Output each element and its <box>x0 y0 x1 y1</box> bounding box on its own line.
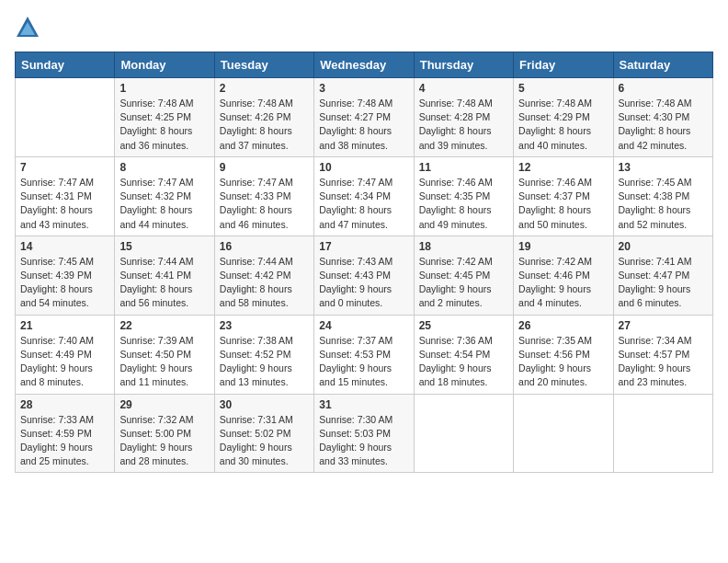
sunrise-text: Sunrise: 7:41 AM <box>619 255 708 269</box>
day-number: 5 <box>518 82 608 95</box>
calendar-cell: 25Sunrise: 7:36 AMSunset: 4:54 PMDayligh… <box>414 315 513 394</box>
sunset-text: Sunset: 4:43 PM <box>319 269 408 282</box>
calendar-cell: 2Sunrise: 7:48 AMSunset: 4:26 PMDaylight… <box>214 78 313 157</box>
daylight-line1: Daylight: 8 hours <box>419 203 508 217</box>
daylight-line1: Daylight: 9 hours <box>518 362 608 375</box>
daylight-line2: and 30 minutes. <box>220 454 309 468</box>
page-header <box>15 15 713 40</box>
daylight-line2: and 13 minutes. <box>220 375 309 389</box>
sunrise-text: Sunrise: 7:36 AM <box>419 334 508 348</box>
daylight-line2: and 20 minutes. <box>518 375 608 389</box>
daylight-line2: and 36 minutes. <box>119 139 209 153</box>
sunset-text: Sunset: 4:39 PM <box>20 269 109 282</box>
day-info: Sunrise: 7:34 AMSunset: 4:57 PMDaylight:… <box>619 334 708 390</box>
sunrise-text: Sunrise: 7:42 AM <box>419 255 508 269</box>
day-info: Sunrise: 7:37 AMSunset: 4:53 PMDaylight:… <box>319 334 408 390</box>
day-info: Sunrise: 7:35 AMSunset: 4:56 PMDaylight:… <box>518 334 608 390</box>
daylight-line1: Daylight: 9 hours <box>319 441 408 454</box>
day-info: Sunrise: 7:46 AMSunset: 4:37 PMDaylight:… <box>518 176 608 232</box>
daylight-line1: Daylight: 9 hours <box>319 282 408 296</box>
sunset-text: Sunset: 4:41 PM <box>119 269 209 282</box>
calendar-header-row: SundayMondayTuesdayWednesdayThursdayFrid… <box>16 52 713 78</box>
day-number: 13 <box>619 161 708 174</box>
day-info: Sunrise: 7:48 AMSunset: 4:30 PMDaylight:… <box>619 97 708 153</box>
daylight-line1: Daylight: 9 hours <box>20 362 109 375</box>
calendar-cell: 6Sunrise: 7:48 AMSunset: 4:30 PMDaylight… <box>613 78 712 157</box>
day-info: Sunrise: 7:36 AMSunset: 4:54 PMDaylight:… <box>419 334 508 390</box>
daylight-line1: Daylight: 8 hours <box>619 124 708 138</box>
day-info: Sunrise: 7:33 AMSunset: 4:59 PMDaylight:… <box>20 413 109 469</box>
calendar-week-row: 7Sunrise: 7:47 AMSunset: 4:31 PMDaylight… <box>16 156 713 236</box>
day-number: 1 <box>119 82 209 95</box>
sunrise-text: Sunrise: 7:35 AM <box>518 334 608 348</box>
daylight-line2: and 50 minutes. <box>518 218 608 232</box>
daylight-line1: Daylight: 8 hours <box>220 203 309 217</box>
day-info: Sunrise: 7:44 AMSunset: 4:42 PMDaylight:… <box>220 255 309 311</box>
calendar-table: SundayMondayTuesdayWednesdayThursdayFrid… <box>15 52 713 473</box>
daylight-line2: and 42 minutes. <box>619 139 708 153</box>
calendar-cell: 17Sunrise: 7:43 AMSunset: 4:43 PMDayligh… <box>314 236 414 315</box>
day-number: 19 <box>518 240 608 253</box>
sunrise-text: Sunrise: 7:48 AM <box>319 97 408 110</box>
daylight-line1: Daylight: 9 hours <box>220 362 309 375</box>
sunrise-text: Sunrise: 7:30 AM <box>319 413 408 427</box>
sunset-text: Sunset: 4:49 PM <box>20 348 109 362</box>
sunset-text: Sunset: 4:50 PM <box>119 348 209 362</box>
sunrise-text: Sunrise: 7:38 AM <box>220 334 309 348</box>
day-info: Sunrise: 7:48 AMSunset: 4:27 PMDaylight:… <box>319 97 408 153</box>
daylight-line1: Daylight: 9 hours <box>119 362 209 375</box>
daylight-line2: and 33 minutes. <box>319 454 408 468</box>
day-number: 4 <box>419 82 508 95</box>
day-number: 18 <box>419 240 508 253</box>
daylight-line1: Daylight: 9 hours <box>20 441 109 454</box>
calendar-cell: 12Sunrise: 7:46 AMSunset: 4:37 PMDayligh… <box>514 156 613 236</box>
daylight-line1: Daylight: 8 hours <box>20 282 109 296</box>
calendar-cell: 29Sunrise: 7:32 AMSunset: 5:00 PMDayligh… <box>115 394 214 473</box>
logo-icon <box>15 15 40 40</box>
daylight-line2: and 47 minutes. <box>319 218 408 232</box>
day-number: 3 <box>319 82 408 95</box>
calendar-cell: 21Sunrise: 7:40 AMSunset: 4:49 PMDayligh… <box>16 315 115 394</box>
day-number: 17 <box>319 240 408 253</box>
daylight-line2: and 18 minutes. <box>419 375 508 389</box>
daylight-line1: Daylight: 8 hours <box>319 203 408 217</box>
calendar-cell: 8Sunrise: 7:47 AMSunset: 4:32 PMDaylight… <box>115 156 214 236</box>
sunset-text: Sunset: 4:28 PM <box>419 110 508 124</box>
day-info: Sunrise: 7:42 AMSunset: 4:46 PMDaylight:… <box>518 255 608 311</box>
calendar-cell: 11Sunrise: 7:46 AMSunset: 4:35 PMDayligh… <box>414 156 513 236</box>
daylight-line2: and 49 minutes. <box>419 218 508 232</box>
calendar-cell: 14Sunrise: 7:45 AMSunset: 4:39 PMDayligh… <box>16 236 115 315</box>
day-info: Sunrise: 7:32 AMSunset: 5:00 PMDaylight:… <box>119 413 209 469</box>
calendar-cell: 24Sunrise: 7:37 AMSunset: 4:53 PMDayligh… <box>314 315 414 394</box>
day-info: Sunrise: 7:48 AMSunset: 4:28 PMDaylight:… <box>419 97 508 153</box>
day-number: 12 <box>518 161 608 174</box>
day-info: Sunrise: 7:47 AMSunset: 4:33 PMDaylight:… <box>220 176 309 232</box>
sunrise-text: Sunrise: 7:47 AM <box>20 176 109 190</box>
day-info: Sunrise: 7:44 AMSunset: 4:41 PMDaylight:… <box>119 255 209 311</box>
calendar-cell: 13Sunrise: 7:45 AMSunset: 4:38 PMDayligh… <box>613 156 712 236</box>
daylight-line1: Daylight: 8 hours <box>119 282 209 296</box>
day-number: 30 <box>220 398 309 411</box>
sunrise-text: Sunrise: 7:42 AM <box>518 255 608 269</box>
day-number: 28 <box>20 398 109 411</box>
day-info: Sunrise: 7:45 AMSunset: 4:39 PMDaylight:… <box>20 255 109 311</box>
sunrise-text: Sunrise: 7:44 AM <box>220 255 309 269</box>
sunrise-text: Sunrise: 7:37 AM <box>319 334 408 348</box>
daylight-line1: Daylight: 9 hours <box>518 282 608 296</box>
sunset-text: Sunset: 4:27 PM <box>319 110 408 124</box>
day-info: Sunrise: 7:47 AMSunset: 4:31 PMDaylight:… <box>20 176 109 232</box>
day-number: 22 <box>119 319 209 332</box>
daylight-line1: Daylight: 9 hours <box>220 441 309 454</box>
header-friday: Friday <box>514 52 613 78</box>
header-sunday: Sunday <box>16 52 115 78</box>
sunset-text: Sunset: 4:37 PM <box>518 190 608 203</box>
sunset-text: Sunset: 4:53 PM <box>319 348 408 362</box>
calendar-cell: 9Sunrise: 7:47 AMSunset: 4:33 PMDaylight… <box>214 156 313 236</box>
daylight-line1: Daylight: 8 hours <box>619 203 708 217</box>
calendar-cell: 28Sunrise: 7:33 AMSunset: 4:59 PMDayligh… <box>16 394 115 473</box>
sunset-text: Sunset: 4:38 PM <box>619 190 708 203</box>
daylight-line2: and 54 minutes. <box>20 296 109 310</box>
calendar-cell: 15Sunrise: 7:44 AMSunset: 4:41 PMDayligh… <box>115 236 214 315</box>
day-info: Sunrise: 7:43 AMSunset: 4:43 PMDaylight:… <box>319 255 408 311</box>
daylight-line2: and 25 minutes. <box>20 454 109 468</box>
